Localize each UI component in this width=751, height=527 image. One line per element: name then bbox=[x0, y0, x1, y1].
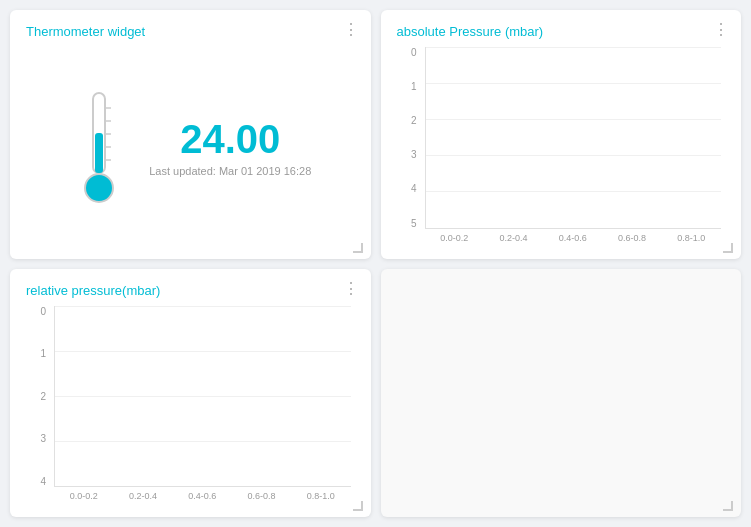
rel-y-label-4: 4 bbox=[26, 476, 50, 487]
relative-pressure-chart: 4 3 2 1 0 0.0-0.2 0. bbox=[26, 306, 355, 508]
thermometer-value-wrap: 24.00 Last updated: Mar 01 2019 16:28 bbox=[149, 119, 311, 177]
thermometer-icon bbox=[69, 83, 129, 213]
relative-pressure-widget: relative pressure(mbar) ⋮ 4 3 2 1 0 bbox=[10, 269, 371, 518]
rel-y-label-1: 1 bbox=[26, 348, 50, 359]
empty-widget bbox=[381, 269, 742, 518]
rel-y-label-0: 0 bbox=[26, 306, 50, 317]
abs-y-label-1: 1 bbox=[397, 81, 421, 92]
rel-x-axis: 0.0-0.2 0.2-0.4 0.4-0.6 0.6-0.8 0.8-1.0 bbox=[54, 487, 351, 507]
rel-x-label: 0.6-0.8 bbox=[232, 487, 291, 507]
abs-y-label-2: 2 bbox=[397, 115, 421, 126]
thermometer-menu-icon[interactable]: ⋮ bbox=[343, 22, 359, 38]
thermometer-widget: Thermometer widget ⋮ bbox=[10, 10, 371, 259]
thermometer-reading: 24.00 bbox=[180, 119, 280, 159]
rel-y-label-2: 2 bbox=[26, 391, 50, 402]
relative-pressure-menu-icon[interactable]: ⋮ bbox=[343, 281, 359, 297]
absolute-pressure-widget: absolute Pressure (mbar) ⋮ 5 4 3 2 1 0 bbox=[381, 10, 742, 259]
corner-mark bbox=[723, 243, 733, 253]
svg-rect-6 bbox=[95, 133, 103, 173]
rel-x-label: 0.8-1.0 bbox=[291, 487, 350, 507]
absolute-pressure-title: absolute Pressure (mbar) bbox=[397, 24, 726, 39]
corner-mark bbox=[353, 243, 363, 253]
dashboard: Thermometer widget ⋮ bbox=[5, 5, 746, 522]
absolute-pressure-chart: 5 4 3 2 1 0 bbox=[397, 47, 726, 249]
abs-x-axis: 0.0-0.2 0.2-0.4 0.4-0.6 0.6-0.8 0.8-1.0 bbox=[425, 229, 722, 249]
absolute-pressure-menu-icon[interactable]: ⋮ bbox=[713, 22, 729, 38]
abs-x-label: 0.2-0.4 bbox=[484, 229, 543, 249]
corner-mark bbox=[723, 501, 733, 511]
abs-x-label: 0.6-0.8 bbox=[602, 229, 661, 249]
rel-bars bbox=[54, 306, 351, 488]
rel-x-label: 0.2-0.4 bbox=[113, 487, 172, 507]
abs-x-label: 0.4-0.6 bbox=[543, 229, 602, 249]
abs-y-label-3: 3 bbox=[397, 149, 421, 160]
abs-y-axis: 5 4 3 2 1 0 bbox=[397, 47, 421, 229]
rel-x-label: 0.0-0.2 bbox=[54, 487, 113, 507]
abs-y-label-4: 4 bbox=[397, 183, 421, 194]
corner-mark bbox=[353, 501, 363, 511]
abs-y-label-5: 5 bbox=[397, 218, 421, 229]
thermometer-last-updated: Last updated: Mar 01 2019 16:28 bbox=[149, 165, 311, 177]
abs-x-label: 0.8-1.0 bbox=[662, 229, 721, 249]
abs-x-label: 0.0-0.2 bbox=[425, 229, 484, 249]
abs-y-label-0: 0 bbox=[397, 47, 421, 58]
thermometer-content: 24.00 Last updated: Mar 01 2019 16:28 bbox=[26, 47, 355, 249]
rel-x-label: 0.4-0.6 bbox=[173, 487, 232, 507]
relative-pressure-title: relative pressure(mbar) bbox=[26, 283, 355, 298]
rel-y-axis: 4 3 2 1 0 bbox=[26, 306, 50, 488]
abs-bars bbox=[425, 47, 722, 229]
rel-y-label-3: 3 bbox=[26, 433, 50, 444]
thermometer-title: Thermometer widget bbox=[26, 24, 355, 39]
